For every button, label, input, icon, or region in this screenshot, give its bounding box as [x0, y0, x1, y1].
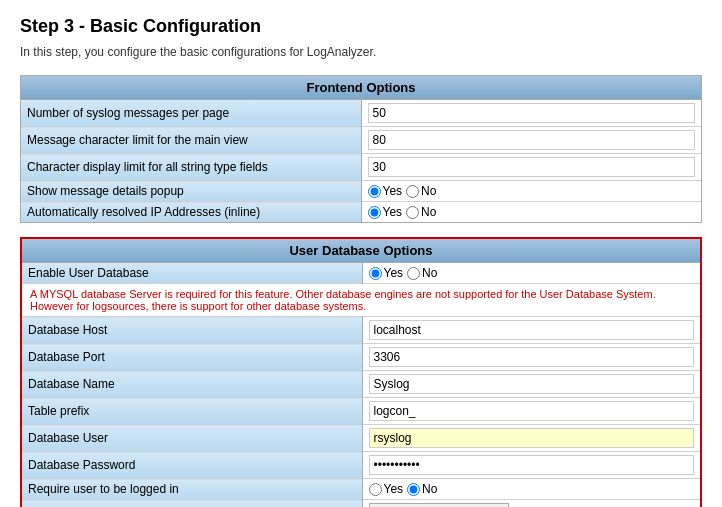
label-db-host: Database Host — [22, 317, 362, 344]
input-char-display[interactable] — [368, 157, 696, 177]
value-enable-db: Yes No — [362, 263, 700, 284]
radio-enable-db-no[interactable] — [407, 267, 420, 280]
radio-require-yes-label[interactable]: Yes — [369, 482, 404, 496]
select-auth-method[interactable]: Internal authenticat▼ — [369, 503, 509, 507]
table-row: Enable User Database Yes No — [22, 263, 700, 284]
value-db-host — [362, 317, 700, 344]
radio-group-enable-db: Yes No — [369, 266, 695, 280]
radio-ip-no-label[interactable]: No — [406, 205, 436, 219]
table-row: Database Password — [22, 452, 700, 479]
value-syslog-messages — [361, 100, 701, 127]
table-row: Character display limit for all string t… — [21, 154, 701, 181]
radio-popup-yes[interactable] — [368, 185, 381, 198]
radio-enable-db-yes-label[interactable]: Yes — [369, 266, 404, 280]
value-auth-method: Internal authenticat▼ — [362, 500, 700, 508]
table-row: Database Host — [22, 317, 700, 344]
value-show-popup: Yes No — [361, 181, 701, 202]
radio-require-no-label[interactable]: No — [407, 482, 437, 496]
warning-text: A MYSQL database Server is required for … — [22, 284, 700, 317]
label-enable-db: Enable User Database — [22, 263, 362, 284]
radio-ip-yes[interactable] — [368, 206, 381, 219]
table-row: Database Name — [22, 371, 700, 398]
radio-require-no[interactable] — [407, 483, 420, 496]
value-db-password — [362, 452, 700, 479]
value-char-display — [361, 154, 701, 181]
radio-ip-yes-label[interactable]: Yes — [368, 205, 403, 219]
value-table-prefix — [362, 398, 700, 425]
table-row: Database Port — [22, 344, 700, 371]
radio-group-popup: Yes No — [368, 184, 696, 198]
label-require-login: Require user to be logged in — [22, 479, 362, 500]
user-database-table: Enable User Database Yes No A MYSQL data… — [22, 263, 700, 507]
radio-enable-db-no-label[interactable]: No — [407, 266, 437, 280]
frontend-options-section: Frontend Options Number of syslog messag… — [20, 75, 702, 223]
value-require-login: Yes No — [362, 479, 700, 500]
radio-popup-no[interactable] — [406, 185, 419, 198]
frontend-options-header: Frontend Options — [21, 76, 701, 100]
label-syslog-messages: Number of syslog messages per page — [21, 100, 361, 127]
input-table-prefix[interactable] — [369, 401, 695, 421]
warning-row: A MYSQL database Server is required for … — [22, 284, 700, 317]
label-auth-method: Authentication method — [22, 500, 362, 508]
radio-ip-no[interactable] — [406, 206, 419, 219]
value-message-char — [361, 127, 701, 154]
table-row: Table prefix — [22, 398, 700, 425]
label-show-popup: Show message details popup — [21, 181, 361, 202]
table-row: Require user to be logged in Yes No — [22, 479, 700, 500]
label-db-password: Database Password — [22, 452, 362, 479]
user-database-header: User Database Options — [22, 239, 700, 263]
radio-group-require-login: Yes No — [369, 482, 695, 496]
table-row: Database User — [22, 425, 700, 452]
input-db-port[interactable] — [369, 347, 695, 367]
label-db-port: Database Port — [22, 344, 362, 371]
page-container: Step 3 - Basic Configuration In this ste… — [0, 0, 722, 507]
label-message-char: Message character limit for the main vie… — [21, 127, 361, 154]
page-title: Step 3 - Basic Configuration — [20, 16, 702, 37]
value-db-user — [362, 425, 700, 452]
label-table-prefix: Table prefix — [22, 398, 362, 425]
table-row: Authentication method Internal authentic… — [22, 500, 700, 508]
value-resolve-ip: Yes No — [361, 202, 701, 223]
value-db-port — [362, 344, 700, 371]
frontend-options-table: Number of syslog messages per page Messa… — [21, 100, 701, 222]
input-db-password[interactable] — [369, 455, 695, 475]
table-row: Message character limit for the main vie… — [21, 127, 701, 154]
label-db-user: Database User — [22, 425, 362, 452]
radio-group-ip: Yes No — [368, 205, 696, 219]
value-db-name — [362, 371, 700, 398]
intro-text: In this step, you configure the basic co… — [20, 45, 702, 59]
radio-enable-db-yes[interactable] — [369, 267, 382, 280]
radio-popup-yes-label[interactable]: Yes — [368, 184, 403, 198]
input-db-host[interactable] — [369, 320, 695, 340]
table-row: Show message details popup Yes No — [21, 181, 701, 202]
label-resolve-ip: Automatically resolved IP Addresses (inl… — [21, 202, 361, 223]
input-syslog-messages[interactable] — [368, 103, 696, 123]
table-row: Automatically resolved IP Addresses (inl… — [21, 202, 701, 223]
label-char-display: Character display limit for all string t… — [21, 154, 361, 181]
input-db-user[interactable] — [369, 428, 695, 448]
input-db-name[interactable] — [369, 374, 695, 394]
input-message-char[interactable] — [368, 130, 696, 150]
radio-popup-no-label[interactable]: No — [406, 184, 436, 198]
radio-require-yes[interactable] — [369, 483, 382, 496]
table-row: Number of syslog messages per page — [21, 100, 701, 127]
user-database-section: User Database Options Enable User Databa… — [20, 237, 702, 507]
label-db-name: Database Name — [22, 371, 362, 398]
